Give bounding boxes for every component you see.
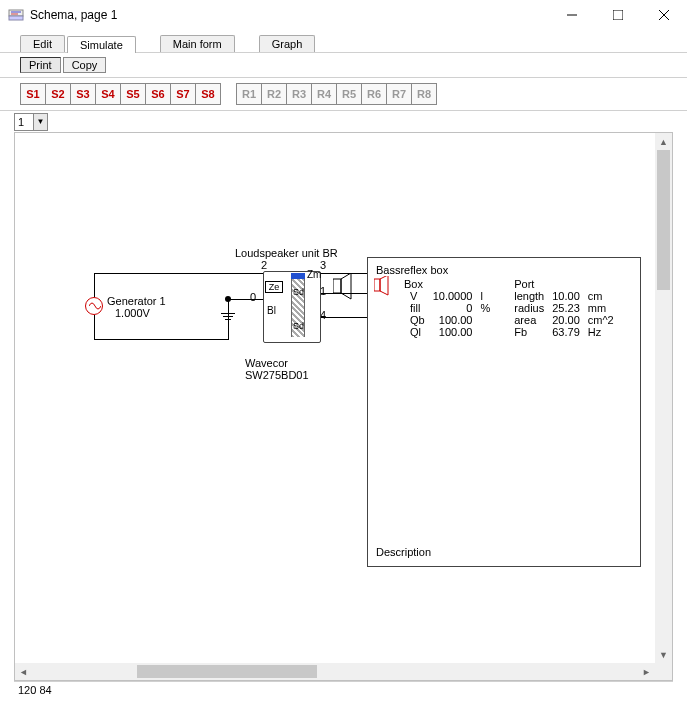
maximize-button[interactable] — [595, 0, 641, 30]
page-selector-bar: 1 ▼ — [0, 110, 687, 132]
scroll-down-icon[interactable]: ▼ — [655, 646, 672, 663]
h-scroll-track[interactable] — [32, 663, 638, 680]
r8-button[interactable]: R8 — [411, 83, 437, 105]
tab-main-form[interactable]: Main form — [160, 35, 235, 52]
speaker-icon — [333, 273, 353, 313]
ql-label: Ql — [400, 326, 429, 338]
r1-button[interactable]: R1 — [236, 83, 262, 105]
app-icon — [8, 7, 24, 23]
bl-label: Bl — [267, 305, 276, 316]
tab-graph[interactable]: Graph — [259, 35, 316, 52]
generator-name: Generator 1 — [107, 295, 166, 307]
svg-marker-11 — [380, 276, 388, 295]
svg-marker-9 — [341, 273, 351, 299]
s5-button[interactable]: S5 — [120, 83, 146, 105]
area-value: 20.00 — [548, 314, 584, 326]
s1-button[interactable]: S1 — [20, 83, 46, 105]
titlebar: Schema, page 1 — [0, 0, 687, 30]
v-unit: l — [476, 290, 494, 302]
radius-value: 25.23 — [548, 302, 584, 314]
zm-label: Zm — [307, 269, 321, 280]
qb-value: 100.00 — [429, 314, 477, 326]
bassbox-title: Bassreflex box — [376, 264, 632, 276]
status-coordinates: 120 84 — [18, 684, 52, 696]
h-scroll-thumb[interactable] — [137, 665, 317, 678]
page-select[interactable]: 1 ▼ — [14, 113, 48, 131]
scroll-corner — [655, 663, 672, 680]
schematic-content: Loudspeaker unit BR 2 3 0 1 4 — [85, 249, 625, 609]
scroll-left-icon[interactable]: ◄ — [15, 663, 32, 680]
radius-unit: mm — [584, 302, 618, 314]
fb-value: 63.79 — [548, 326, 584, 338]
fb-unit: Hz — [584, 326, 618, 338]
toolbar-print-copy: Print Copy — [0, 52, 687, 78]
close-button[interactable] — [641, 0, 687, 30]
print-button[interactable]: Print — [20, 57, 61, 73]
tab-simulate[interactable]: Simulate — [67, 36, 136, 53]
v-label: V — [400, 290, 429, 302]
radius-label: radius — [494, 302, 548, 314]
port-header: Port — [494, 278, 548, 290]
ground-symbol — [221, 313, 235, 320]
svg-rect-1 — [9, 16, 23, 20]
tab-bar: Edit Simulate Main form Graph — [0, 30, 687, 52]
loudspeaker-title: Loudspeaker unit BR — [235, 247, 338, 259]
fill-label: fill — [400, 302, 429, 314]
s2-button[interactable]: S2 — [45, 83, 71, 105]
qb-label: Qb — [400, 314, 429, 326]
r3-button[interactable]: R3 — [286, 83, 312, 105]
r4-button[interactable]: R4 — [311, 83, 337, 105]
speaker-port-icon — [374, 276, 390, 296]
area-unit: cm^2 — [584, 314, 618, 326]
loudspeaker-model: SW275BD01 — [245, 369, 309, 381]
ze-box: Ze — [265, 281, 283, 293]
toolbar-s-r: S1 S2 S3 S4 S5 S6 S7 S8 R1 R2 R3 R4 R5 R… — [0, 78, 687, 110]
app-window: Schema, page 1 Edit Simulate Main form G… — [0, 0, 687, 705]
loudspeaker-maker: Wavecor — [245, 357, 288, 369]
r7-button[interactable]: R7 — [386, 83, 412, 105]
svg-rect-5 — [613, 10, 623, 20]
area-label: area — [494, 314, 548, 326]
pin-0-label: 0 — [250, 291, 256, 303]
r6-button[interactable]: R6 — [361, 83, 387, 105]
vertical-scrollbar[interactable]: ▲ ▼ — [655, 133, 672, 663]
minimize-button[interactable] — [549, 0, 595, 30]
ql-value: 100.00 — [429, 326, 477, 338]
scroll-right-icon[interactable]: ► — [638, 663, 655, 680]
sd2-label: Sd — [293, 321, 304, 331]
generator-voltage: 1.000V — [115, 307, 150, 319]
page-select-value: 1 — [15, 116, 33, 128]
v-value: 10.0000 — [429, 290, 477, 302]
s3-button[interactable]: S3 — [70, 83, 96, 105]
fb-label: Fb — [494, 326, 548, 338]
schematic-canvas-frame: Loudspeaker unit BR 2 3 0 1 4 — [14, 132, 673, 681]
svg-rect-0 — [9, 10, 23, 16]
svg-rect-10 — [374, 279, 380, 291]
s4-button[interactable]: S4 — [95, 83, 121, 105]
length-label: length — [494, 290, 548, 302]
horizontal-scrollbar[interactable]: ◄ ► — [15, 663, 655, 680]
generator-symbol[interactable] — [85, 297, 103, 315]
pin-2-label: 2 — [261, 259, 267, 271]
length-value: 10.00 — [548, 290, 584, 302]
s6-button[interactable]: S6 — [145, 83, 171, 105]
svg-rect-8 — [333, 279, 341, 293]
fill-value: 0 — [429, 302, 477, 314]
r5-button[interactable]: R5 — [336, 83, 362, 105]
sd1-label: Sd — [293, 287, 304, 297]
v-scroll-track[interactable] — [655, 150, 672, 646]
length-unit: cm — [584, 290, 618, 302]
s7-button[interactable]: S7 — [170, 83, 196, 105]
fill-unit: % — [476, 302, 494, 314]
copy-button[interactable]: Copy — [63, 57, 107, 73]
bassreflex-box[interactable]: Bassreflex box Box Port — [367, 257, 641, 567]
box-header: Box — [400, 278, 429, 290]
r2-button[interactable]: R2 — [261, 83, 287, 105]
tab-edit[interactable]: Edit — [20, 35, 65, 52]
bassbox-description-label: Description — [376, 546, 431, 558]
chevron-down-icon: ▼ — [33, 114, 47, 130]
v-scroll-thumb[interactable] — [657, 150, 670, 290]
scroll-up-icon[interactable]: ▲ — [655, 133, 672, 150]
s8-button[interactable]: S8 — [195, 83, 221, 105]
schematic-canvas[interactable]: Loudspeaker unit BR 2 3 0 1 4 — [15, 133, 655, 663]
